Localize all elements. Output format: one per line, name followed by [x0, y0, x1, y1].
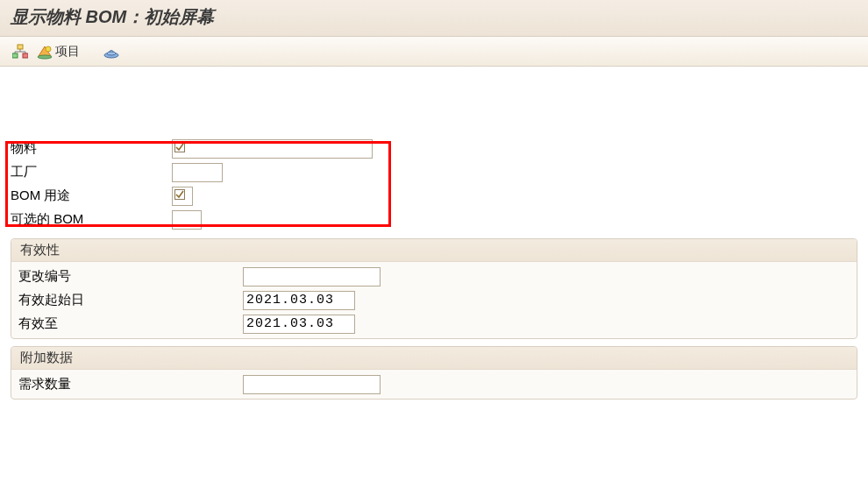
req-qty-label: 需求数量 [18, 376, 243, 393]
valid-from-label: 有效起始日 [18, 292, 243, 308]
items-icon [37, 44, 53, 60]
additional-data-group-title: 附加数据 [11, 347, 857, 370]
services-button[interactable] [101, 44, 122, 60]
optional-bom-label: 可选的 BOM [11, 211, 172, 228]
valid-from-row: 有效起始日 [11, 288, 857, 312]
top-form-section: 物料 工厂 BOM 用途 [0, 137, 868, 231]
page-title-bar: 显示物料 BOM：初始屏幕 [0, 0, 868, 37]
validity-group: 有效性 更改编号 有效起始日 有效至 [11, 238, 857, 339]
req-qty-row: 需求数量 [11, 372, 857, 396]
validity-group-title: 有效性 [11, 239, 857, 262]
change-number-input[interactable] [243, 267, 381, 286]
hierarchy-button[interactable] [11, 44, 30, 60]
svg-point-9 [38, 55, 52, 59]
svg-point-11 [107, 52, 116, 55]
req-qty-input[interactable] [243, 375, 381, 394]
material-row: 物料 [0, 137, 868, 160]
material-label: 物料 [11, 140, 172, 157]
valid-to-label: 有效至 [18, 315, 243, 332]
bom-use-input[interactable] [172, 187, 193, 206]
svg-rect-6 [23, 53, 28, 58]
additional-data-group: 附加数据 需求数量 [11, 346, 857, 400]
page-title: 显示物料 BOM：初始屏幕 [11, 7, 214, 26]
valid-to-row: 有效至 [11, 312, 857, 336]
plant-input[interactable] [172, 163, 223, 182]
services-icon [103, 44, 120, 60]
toolbar: 项目 [0, 37, 868, 67]
bom-use-label: BOM 用途 [11, 187, 172, 204]
items-button[interactable]: 项目 [35, 44, 82, 60]
change-number-row: 更改编号 [11, 265, 857, 288]
svg-rect-0 [18, 45, 23, 49]
svg-rect-5 [12, 53, 18, 58]
change-number-label: 更改编号 [18, 268, 243, 285]
items-button-label: 项目 [55, 44, 80, 60]
content-area: 物料 工厂 BOM 用途 [0, 137, 868, 400]
optional-bom-row: 可选的 BOM [0, 208, 868, 231]
valid-from-input[interactable] [243, 291, 355, 310]
valid-to-input[interactable] [243, 315, 355, 334]
material-input[interactable] [172, 139, 373, 159]
plant-label: 工厂 [11, 164, 172, 180]
plant-row: 工厂 [0, 160, 868, 184]
svg-point-8 [46, 46, 51, 52]
optional-bom-input[interactable] [172, 210, 202, 230]
bom-use-row: BOM 用途 [0, 184, 868, 208]
hierarchy-icon [12, 44, 28, 60]
